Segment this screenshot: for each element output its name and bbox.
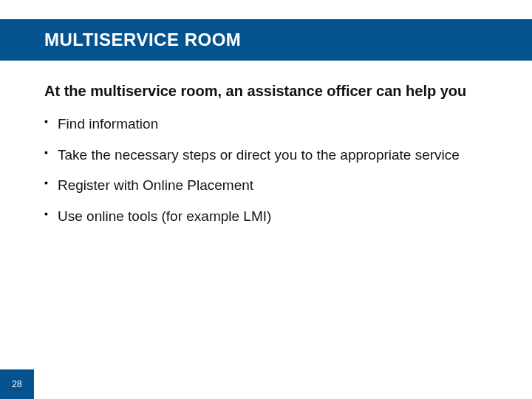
list-item: Take the necessary steps or direct you t… (44, 146, 495, 165)
title-bar: MULTISERVICE ROOM (0, 19, 532, 61)
mosaic-cell (89, 325, 111, 347)
mosaic-cell (0, 281, 22, 303)
mosaic-cell (222, 347, 244, 369)
mosaic-cell (0, 259, 22, 281)
mosaic-cell (22, 325, 44, 347)
mosaic-cell (22, 281, 44, 303)
mosaic-cell (133, 347, 155, 369)
page-number-box: 28 (0, 369, 34, 399)
mosaic-cell (89, 303, 111, 325)
lead-text: At the multiservice room, an assistance … (44, 81, 495, 101)
mosaic-cell (44, 347, 66, 369)
mosaic-cell (177, 347, 200, 369)
mosaic-cell (89, 347, 111, 369)
mosaic-cell (22, 303, 44, 325)
mosaic-cell (0, 303, 22, 325)
mosaic-cell (44, 325, 66, 347)
mosaic-cell (111, 347, 133, 369)
page-number: 28 (12, 379, 21, 389)
mosaic-cell (0, 325, 22, 347)
mosaic-cell (155, 325, 177, 347)
list-item: Register with Online Placement (44, 176, 495, 195)
mosaic-cell (22, 347, 44, 369)
mosaic-cell (111, 325, 133, 347)
bullet-list: Find information Take the necessary step… (44, 115, 495, 226)
mosaic-cell (66, 347, 89, 369)
slide-title: MULTISERVICE ROOM (44, 30, 241, 50)
list-item: Use online tools (for example LMI) (44, 207, 495, 226)
mosaic-cell (0, 347, 22, 369)
mosaic-cell (200, 347, 222, 369)
mosaic-cell (155, 347, 177, 369)
content-area: At the multiservice room, an assistance … (44, 81, 495, 238)
mosaic-cell (0, 236, 22, 259)
list-item: Find information (44, 115, 495, 134)
slide: MULTISERVICE ROOM At the multiservice ro… (0, 0, 532, 399)
